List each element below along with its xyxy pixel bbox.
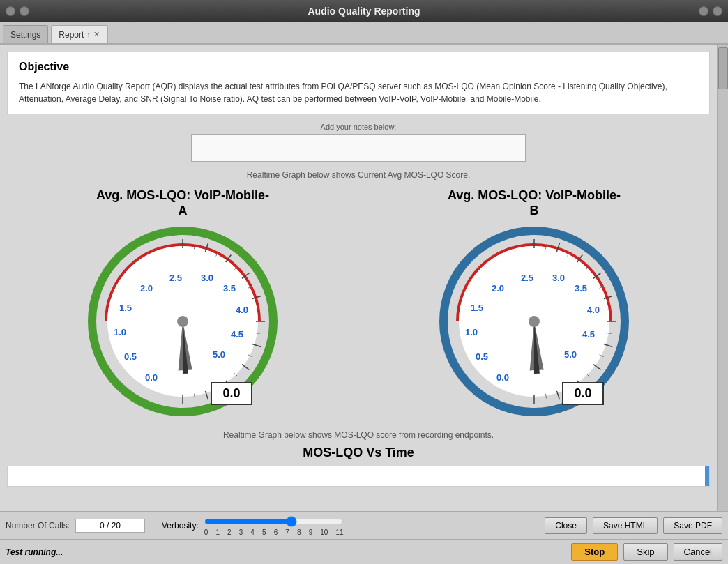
calls-input[interactable]	[75, 519, 145, 533]
svg-text:1.0: 1.0	[114, 327, 126, 337]
cancel-button[interactable]: Cancel	[674, 543, 722, 561]
svg-text:0.5: 0.5	[476, 351, 488, 362]
gauge-b-container: Avg. MOS-LQO: VoIP-Mobile- B 0.0 0.5	[437, 188, 632, 419]
tab-report[interactable]: Report ↑ ✕	[51, 25, 108, 43]
status-bar: Test running... Stop Skip Cancel	[0, 539, 728, 564]
save-pdf-button[interactable]: Save PDF	[663, 517, 722, 534]
content-area: Objective The LANforge Audio Quality Rep…	[0, 45, 717, 511]
svg-text:4.0: 4.0	[236, 305, 248, 315]
svg-text:5.0: 5.0	[564, 349, 577, 360]
objective-title: Objective	[19, 61, 698, 73]
window-button-2[interactable]	[20, 6, 29, 16]
notes-label: Add your notes below:	[7, 123, 710, 131]
gauge-b: 0.0 0.5 1.0 1.5 2.0 2.5 3.0 3.5 4.0 4.5 …	[437, 224, 632, 419]
verbosity-slider[interactable]	[204, 516, 344, 527]
verbosity-label: Verbosity:	[162, 521, 199, 531]
svg-text:1.5: 1.5	[471, 303, 483, 313]
window-title: Audio Quality Reporting	[308, 6, 420, 17]
svg-point-36	[177, 316, 188, 327]
save-html-button[interactable]: Save HTML	[593, 517, 658, 534]
svg-line-57	[593, 365, 601, 370]
window-button-3[interactable]	[699, 6, 708, 16]
tab-report-label: Report	[59, 30, 84, 40]
svg-point-73	[529, 316, 540, 327]
graph-blue-indicator	[705, 466, 709, 486]
svg-text:0.5: 0.5	[124, 351, 137, 362]
svg-text:5.0: 5.0	[213, 349, 225, 360]
svg-text:0.0: 0.0	[145, 372, 158, 383]
tab-report-close[interactable]: ✕	[93, 30, 100, 39]
gauge-a-title: Avg. MOS-LQO: VoIP-Mobile- A	[85, 188, 280, 218]
svg-text:3.0: 3.0	[552, 273, 565, 283]
status-text: Test running...	[6, 547, 63, 557]
svg-text:3.0: 3.0	[201, 273, 213, 283]
gauge-b-value: 0.0	[562, 382, 604, 405]
realtime-label-top: Realtime Graph below shows Current Avg M…	[7, 170, 710, 180]
svg-text:4.5: 4.5	[582, 329, 595, 340]
gauge-a-value: 0.0	[211, 382, 252, 405]
svg-text:3.5: 3.5	[575, 283, 587, 294]
calls-label: Number Of Calls:	[6, 521, 70, 531]
svg-text:2.5: 2.5	[169, 273, 182, 283]
tab-settings-label: Settings	[10, 30, 40, 40]
title-bar-right-buttons	[699, 6, 722, 16]
svg-text:2.5: 2.5	[521, 273, 533, 283]
tab-bar: Settings Report ↑ ✕	[0, 22, 728, 45]
svg-text:0.0: 0.0	[496, 372, 509, 383]
realtime-label-bottom: Realtime Graph below shows MOS-LQO score…	[7, 430, 710, 440]
notes-section: Add your notes below:	[7, 123, 710, 165]
gauge-a: 0.0 0.5 1.0 1.5 2.0 2.5 3.0	[85, 224, 280, 419]
svg-text:2.0: 2.0	[492, 283, 504, 294]
title-bar: Audio Quality Reporting	[0, 0, 728, 22]
stop-button[interactable]: Stop	[571, 543, 618, 561]
objective-text: The LANforge Audio Quality Report (AQR) …	[19, 80, 698, 105]
skip-button[interactable]: Skip	[623, 543, 667, 561]
gauge-b-title: Avg. MOS-LQO: VoIP-Mobile- B	[437, 188, 632, 218]
window-button-4[interactable]	[713, 6, 722, 16]
tab-settings[interactable]: Settings	[3, 25, 48, 43]
svg-line-20	[242, 365, 250, 370]
svg-text:3.5: 3.5	[223, 283, 236, 294]
svg-text:4.0: 4.0	[587, 305, 600, 315]
scrollbar[interactable]	[717, 45, 728, 511]
title-bar-left-buttons	[6, 6, 29, 16]
objective-section: Objective The LANforge Audio Quality Rep…	[7, 52, 710, 114]
verbosity-numbers: 0 1 2 3 4 5 6 7 8 9 10 11	[204, 528, 344, 536]
bottom-bar: Number Of Calls: Verbosity: 0 1 2 3 4 5 …	[0, 511, 728, 539]
close-button[interactable]: Close	[545, 517, 587, 534]
graph-area	[7, 466, 710, 487]
notes-textarea[interactable]	[191, 134, 526, 162]
svg-text:1.0: 1.0	[465, 327, 478, 337]
scrollbar-thumb[interactable]	[718, 47, 728, 89]
mos-vs-time-title: MOS-LQO Vs Time	[7, 445, 710, 460]
svg-text:1.5: 1.5	[119, 303, 132, 313]
verbosity-section: 0 1 2 3 4 5 6 7 8 9 10 11	[204, 516, 344, 536]
main-area: Objective The LANforge Audio Quality Rep…	[0, 45, 728, 511]
gauges-section: Avg. MOS-LQO: VoIP-Mobile- A	[7, 188, 710, 419]
gauge-a-container: Avg. MOS-LQO: VoIP-Mobile- A	[85, 188, 280, 419]
svg-text:2.0: 2.0	[140, 283, 153, 294]
svg-text:4.5: 4.5	[231, 329, 243, 340]
window-button-1[interactable]	[6, 6, 15, 16]
